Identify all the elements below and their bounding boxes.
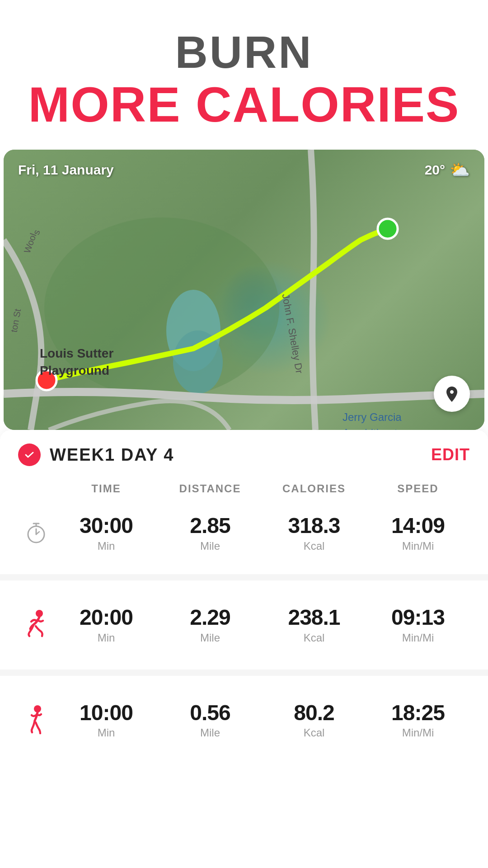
stats-row-running-container: 20:00 Min 2.29 Mile 238.1 Kcal 09:13 Min…	[0, 580, 488, 670]
section-divider-2	[0, 670, 488, 676]
map-overlay-svg: Louis Sutter Playground Jerry Garcia Amp…	[4, 150, 484, 430]
walking-speed-value: 18:25	[391, 701, 445, 725]
walking-time-unit: Min	[98, 726, 115, 739]
svg-text:Amphitheater: Amphitheater	[343, 427, 407, 430]
stats-row-walking-container: 10:00 Min 0.56 Mile 80.2 Kcal 18:25 Min/…	[0, 676, 488, 765]
row-total-cells: 30:00 Min 2.85 Mile 318.3 Kcal 14:09 Min…	[54, 514, 470, 552]
total-speed-value: 14:09	[391, 514, 445, 538]
col-time-label: TIME	[54, 482, 158, 495]
total-time-cell: 30:00 Min	[54, 514, 158, 552]
map-date: Fri, 11 January	[18, 162, 114, 178]
timer-icon	[24, 521, 48, 545]
total-calories-unit: Kcal	[304, 540, 325, 552]
col-calories-label: CALORIES	[262, 482, 366, 495]
svg-text:John F. Shelley Dr: John F. Shelley Dr	[280, 293, 305, 374]
checkmark-svg	[23, 449, 35, 461]
total-distance-value: 2.85	[190, 514, 230, 538]
edit-button[interactable]: EDIT	[431, 445, 470, 464]
running-distance-value: 2.29	[190, 606, 230, 630]
app-header: BURN MORE CALORIES	[0, 0, 488, 150]
stats-row-walking: 10:00 Min 0.56 Mile 80.2 Kcal 18:25 Min/…	[18, 689, 470, 752]
stats-panel: WEEK1 DAY 4 EDIT TIME DISTANCE CALORIES …	[0, 430, 488, 574]
location-pin-icon	[443, 385, 461, 403]
walker-icon	[20, 704, 52, 736]
running-speed-cell: 09:13 Min/Mi	[366, 606, 470, 644]
walking-distance-value: 0.56	[190, 701, 230, 725]
svg-point-4	[378, 219, 398, 239]
stats-row-total: 30:00 Min 2.85 Mile 318.3 Kcal 14:09 Min…	[18, 501, 470, 565]
total-distance-unit: Mile	[200, 540, 220, 552]
total-calories-value: 318.3	[288, 514, 340, 538]
svg-text:Playground: Playground	[40, 363, 109, 377]
total-speed-cell: 14:09 Min/Mi	[366, 514, 470, 552]
svg-text:Jerry Garcia: Jerry Garcia	[343, 411, 402, 423]
running-calories-value: 238.1	[288, 606, 340, 630]
weather-icon: ⛅	[450, 160, 470, 179]
workout-header: WEEK1 DAY 4 EDIT	[18, 443, 470, 466]
workout-label: WEEK1 DAY 4	[50, 445, 174, 465]
header-line1: BURN	[18, 27, 470, 77]
location-button[interactable]	[434, 376, 470, 412]
walking-distance-unit: Mile	[200, 726, 220, 739]
running-time-cell: 20:00 Min	[54, 606, 158, 644]
check-icon	[18, 443, 41, 466]
workout-title-group: WEEK1 DAY 4	[18, 443, 174, 466]
total-calories-cell: 318.3 Kcal	[262, 514, 366, 552]
map-view: Louis Sutter Playground Jerry Garcia Amp…	[4, 150, 484, 430]
runner-icon-container	[18, 609, 54, 641]
running-time-unit: Min	[98, 632, 115, 644]
walking-time-cell: 10:00 Min	[54, 701, 158, 740]
running-speed-unit: Min/Mi	[402, 632, 434, 644]
row-walking-cells: 10:00 Min 0.56 Mile 80.2 Kcal 18:25 Min/…	[54, 701, 470, 740]
walking-time-value: 10:00	[80, 701, 133, 725]
walker-icon-container	[18, 704, 54, 736]
timer-icon-container	[18, 521, 54, 545]
map-weather: 20° ⛅	[425, 160, 470, 179]
running-speed-value: 09:13	[391, 606, 445, 630]
svg-text:ton St: ton St	[9, 308, 23, 333]
total-speed-unit: Min/Mi	[402, 540, 434, 552]
running-time-value: 20:00	[80, 606, 133, 630]
temperature-label: 20°	[425, 162, 445, 178]
running-calories-unit: Kcal	[304, 632, 325, 644]
total-time-value: 30:00	[80, 514, 133, 538]
row-running-cells: 20:00 Min 2.29 Mile 238.1 Kcal 09:13 Min…	[54, 606, 470, 644]
total-time-unit: Min	[98, 540, 115, 552]
col-speed-label: SPEED	[366, 482, 470, 495]
header-line2: MORE CALORIES	[18, 77, 470, 132]
runner-icon	[20, 609, 52, 641]
walking-calories-cell: 80.2 Kcal	[262, 701, 366, 740]
running-distance-unit: Mile	[200, 632, 220, 644]
col-distance-label: DISTANCE	[158, 482, 262, 495]
stats-column-headers: TIME DISTANCE CALORIES SPEED	[18, 482, 470, 495]
walking-speed-cell: 18:25 Min/Mi	[366, 701, 470, 740]
walking-calories-unit: Kcal	[304, 726, 325, 739]
walking-speed-unit: Min/Mi	[402, 726, 434, 739]
stats-row-running: 20:00 Min 2.29 Mile 238.1 Kcal 09:13 Min…	[18, 593, 470, 657]
running-calories-cell: 238.1 Kcal	[262, 606, 366, 644]
walking-calories-value: 80.2	[294, 701, 334, 725]
walking-distance-cell: 0.56 Mile	[158, 701, 262, 740]
section-divider-1	[0, 574, 488, 580]
svg-text:Louis Sutter: Louis Sutter	[40, 346, 113, 360]
running-distance-cell: 2.29 Mile	[158, 606, 262, 644]
svg-text:Wools: Wools	[22, 228, 42, 255]
total-distance-cell: 2.85 Mile	[158, 514, 262, 552]
